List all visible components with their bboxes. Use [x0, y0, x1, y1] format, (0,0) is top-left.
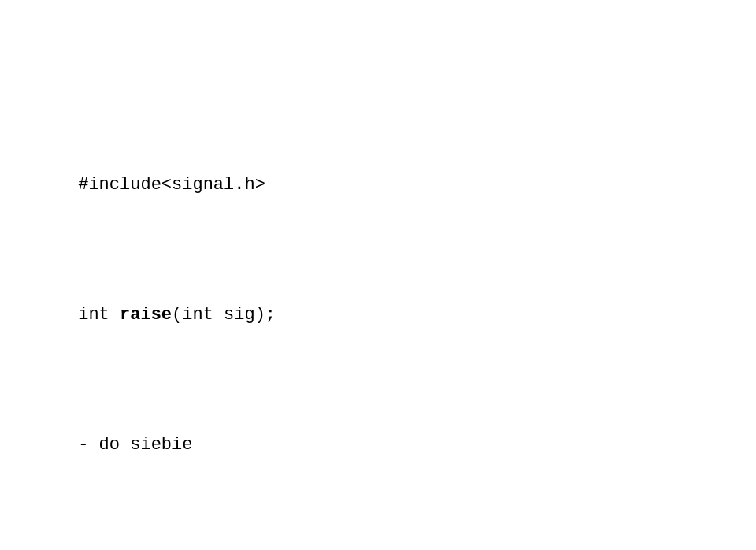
raise-keyword: raise [120, 305, 172, 325]
code-content: #include<signal.h> int raise(int sig); -… [16, 16, 724, 550]
raise-function-line: int raise(int sig); [16, 276, 724, 354]
section-signal-raise: #include<signal.h> int raise(int sig); -… [16, 94, 724, 536]
raise-desc-line: - do siebie [16, 406, 724, 484]
include-signal-line: #include<signal.h> [16, 146, 724, 224]
